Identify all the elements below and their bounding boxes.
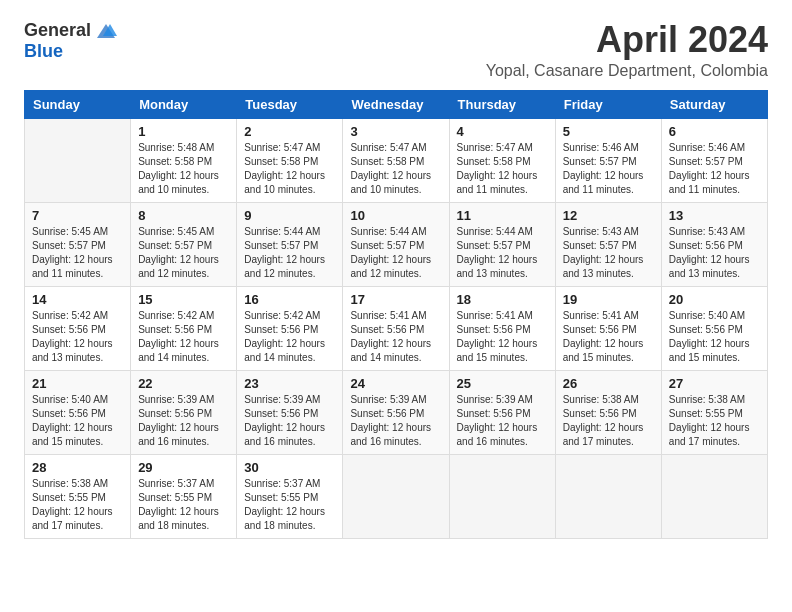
calendar-day-cell — [661, 454, 767, 538]
calendar-day-cell: 7Sunrise: 5:45 AMSunset: 5:57 PMDaylight… — [25, 202, 131, 286]
calendar-day-cell: 10Sunrise: 5:44 AMSunset: 5:57 PMDayligh… — [343, 202, 449, 286]
calendar-day-cell: 12Sunrise: 5:43 AMSunset: 5:57 PMDayligh… — [555, 202, 661, 286]
day-info: Sunrise: 5:48 AMSunset: 5:58 PMDaylight:… — [138, 141, 229, 197]
weekday-header-tuesday: Tuesday — [237, 90, 343, 118]
location-title: Yopal, Casanare Department, Colombia — [486, 62, 768, 80]
calendar-day-cell: 30Sunrise: 5:37 AMSunset: 5:55 PMDayligh… — [237, 454, 343, 538]
calendar-week-row: 21Sunrise: 5:40 AMSunset: 5:56 PMDayligh… — [25, 370, 768, 454]
day-number: 21 — [32, 376, 123, 391]
logo: General Blue — [24, 20, 117, 62]
day-number: 20 — [669, 292, 760, 307]
calendar-day-cell: 11Sunrise: 5:44 AMSunset: 5:57 PMDayligh… — [449, 202, 555, 286]
calendar-week-row: 1Sunrise: 5:48 AMSunset: 5:58 PMDaylight… — [25, 118, 768, 202]
day-number: 4 — [457, 124, 548, 139]
day-number: 16 — [244, 292, 335, 307]
day-number: 10 — [350, 208, 441, 223]
day-info: Sunrise: 5:39 AMSunset: 5:56 PMDaylight:… — [350, 393, 441, 449]
calendar-day-cell: 24Sunrise: 5:39 AMSunset: 5:56 PMDayligh… — [343, 370, 449, 454]
day-number: 5 — [563, 124, 654, 139]
header: General Blue April 2024 Yopal, Casanare … — [24, 20, 768, 80]
calendar-day-cell: 15Sunrise: 5:42 AMSunset: 5:56 PMDayligh… — [131, 286, 237, 370]
day-info: Sunrise: 5:47 AMSunset: 5:58 PMDaylight:… — [457, 141, 548, 197]
weekday-header-monday: Monday — [131, 90, 237, 118]
logo-icon — [95, 22, 117, 40]
day-number: 11 — [457, 208, 548, 223]
day-info: Sunrise: 5:42 AMSunset: 5:56 PMDaylight:… — [138, 309, 229, 365]
day-number: 25 — [457, 376, 548, 391]
day-info: Sunrise: 5:47 AMSunset: 5:58 PMDaylight:… — [244, 141, 335, 197]
day-info: Sunrise: 5:45 AMSunset: 5:57 PMDaylight:… — [32, 225, 123, 281]
calendar-day-cell: 2Sunrise: 5:47 AMSunset: 5:58 PMDaylight… — [237, 118, 343, 202]
day-info: Sunrise: 5:41 AMSunset: 5:56 PMDaylight:… — [457, 309, 548, 365]
day-info: Sunrise: 5:47 AMSunset: 5:58 PMDaylight:… — [350, 141, 441, 197]
day-info: Sunrise: 5:40 AMSunset: 5:56 PMDaylight:… — [32, 393, 123, 449]
weekday-header-wednesday: Wednesday — [343, 90, 449, 118]
day-info: Sunrise: 5:45 AMSunset: 5:57 PMDaylight:… — [138, 225, 229, 281]
calendar-day-cell: 29Sunrise: 5:37 AMSunset: 5:55 PMDayligh… — [131, 454, 237, 538]
calendar-table: SundayMondayTuesdayWednesdayThursdayFrid… — [24, 90, 768, 539]
day-number: 14 — [32, 292, 123, 307]
calendar-week-row: 7Sunrise: 5:45 AMSunset: 5:57 PMDaylight… — [25, 202, 768, 286]
calendar-day-cell — [449, 454, 555, 538]
day-info: Sunrise: 5:46 AMSunset: 5:57 PMDaylight:… — [669, 141, 760, 197]
day-info: Sunrise: 5:42 AMSunset: 5:56 PMDaylight:… — [32, 309, 123, 365]
day-info: Sunrise: 5:38 AMSunset: 5:55 PMDaylight:… — [669, 393, 760, 449]
day-number: 9 — [244, 208, 335, 223]
calendar-day-cell: 18Sunrise: 5:41 AMSunset: 5:56 PMDayligh… — [449, 286, 555, 370]
calendar-day-cell: 13Sunrise: 5:43 AMSunset: 5:56 PMDayligh… — [661, 202, 767, 286]
day-number: 1 — [138, 124, 229, 139]
calendar-day-cell: 3Sunrise: 5:47 AMSunset: 5:58 PMDaylight… — [343, 118, 449, 202]
day-number: 6 — [669, 124, 760, 139]
calendar-week-row: 14Sunrise: 5:42 AMSunset: 5:56 PMDayligh… — [25, 286, 768, 370]
day-info: Sunrise: 5:40 AMSunset: 5:56 PMDaylight:… — [669, 309, 760, 365]
calendar-week-row: 28Sunrise: 5:38 AMSunset: 5:55 PMDayligh… — [25, 454, 768, 538]
calendar-day-cell: 19Sunrise: 5:41 AMSunset: 5:56 PMDayligh… — [555, 286, 661, 370]
weekday-header-saturday: Saturday — [661, 90, 767, 118]
weekday-header-sunday: Sunday — [25, 90, 131, 118]
calendar-day-cell: 4Sunrise: 5:47 AMSunset: 5:58 PMDaylight… — [449, 118, 555, 202]
day-number: 17 — [350, 292, 441, 307]
day-number: 26 — [563, 376, 654, 391]
day-info: Sunrise: 5:39 AMSunset: 5:56 PMDaylight:… — [457, 393, 548, 449]
day-info: Sunrise: 5:41 AMSunset: 5:56 PMDaylight:… — [350, 309, 441, 365]
calendar-day-cell: 17Sunrise: 5:41 AMSunset: 5:56 PMDayligh… — [343, 286, 449, 370]
day-info: Sunrise: 5:39 AMSunset: 5:56 PMDaylight:… — [138, 393, 229, 449]
calendar-day-cell: 16Sunrise: 5:42 AMSunset: 5:56 PMDayligh… — [237, 286, 343, 370]
day-info: Sunrise: 5:37 AMSunset: 5:55 PMDaylight:… — [244, 477, 335, 533]
day-number: 2 — [244, 124, 335, 139]
day-info: Sunrise: 5:42 AMSunset: 5:56 PMDaylight:… — [244, 309, 335, 365]
day-number: 18 — [457, 292, 548, 307]
logo-blue-text: Blue — [24, 41, 63, 62]
day-info: Sunrise: 5:43 AMSunset: 5:56 PMDaylight:… — [669, 225, 760, 281]
calendar-day-cell: 14Sunrise: 5:42 AMSunset: 5:56 PMDayligh… — [25, 286, 131, 370]
day-number: 23 — [244, 376, 335, 391]
weekday-header-thursday: Thursday — [449, 90, 555, 118]
calendar-day-cell: 28Sunrise: 5:38 AMSunset: 5:55 PMDayligh… — [25, 454, 131, 538]
day-number: 15 — [138, 292, 229, 307]
day-number: 24 — [350, 376, 441, 391]
weekday-header-row: SundayMondayTuesdayWednesdayThursdayFrid… — [25, 90, 768, 118]
calendar-day-cell: 1Sunrise: 5:48 AMSunset: 5:58 PMDaylight… — [131, 118, 237, 202]
day-number: 3 — [350, 124, 441, 139]
day-info: Sunrise: 5:46 AMSunset: 5:57 PMDaylight:… — [563, 141, 654, 197]
weekday-header-friday: Friday — [555, 90, 661, 118]
day-number: 13 — [669, 208, 760, 223]
day-number: 19 — [563, 292, 654, 307]
calendar-day-cell: 22Sunrise: 5:39 AMSunset: 5:56 PMDayligh… — [131, 370, 237, 454]
day-info: Sunrise: 5:37 AMSunset: 5:55 PMDaylight:… — [138, 477, 229, 533]
logo-general-text: General — [24, 20, 91, 41]
day-number: 28 — [32, 460, 123, 475]
calendar-day-cell: 8Sunrise: 5:45 AMSunset: 5:57 PMDaylight… — [131, 202, 237, 286]
calendar-day-cell: 23Sunrise: 5:39 AMSunset: 5:56 PMDayligh… — [237, 370, 343, 454]
calendar-day-cell: 5Sunrise: 5:46 AMSunset: 5:57 PMDaylight… — [555, 118, 661, 202]
day-info: Sunrise: 5:44 AMSunset: 5:57 PMDaylight:… — [244, 225, 335, 281]
calendar-day-cell — [555, 454, 661, 538]
day-number: 29 — [138, 460, 229, 475]
month-title: April 2024 — [486, 20, 768, 60]
calendar-day-cell: 20Sunrise: 5:40 AMSunset: 5:56 PMDayligh… — [661, 286, 767, 370]
day-number: 7 — [32, 208, 123, 223]
calendar-day-cell: 9Sunrise: 5:44 AMSunset: 5:57 PMDaylight… — [237, 202, 343, 286]
title-area: April 2024 Yopal, Casanare Department, C… — [486, 20, 768, 80]
calendar-day-cell: 6Sunrise: 5:46 AMSunset: 5:57 PMDaylight… — [661, 118, 767, 202]
day-number: 8 — [138, 208, 229, 223]
